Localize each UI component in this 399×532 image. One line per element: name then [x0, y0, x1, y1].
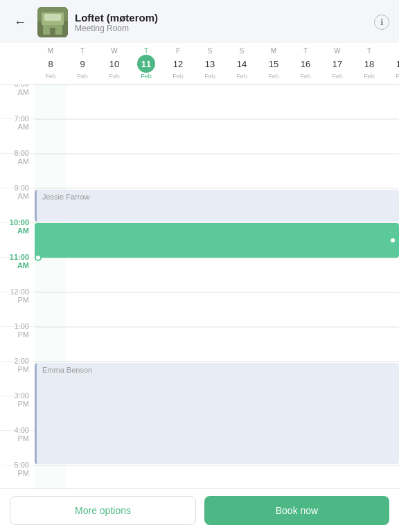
time-label: 9:00 AM [0, 184, 35, 200]
day-num: 13 [201, 55, 219, 73]
event-emma: Emma Benson [35, 363, 399, 464]
day-num: 16 [296, 55, 314, 73]
day-sub: Feb [300, 73, 311, 80]
day-num: 18 [360, 55, 378, 73]
time-label: 8:00 AM [0, 149, 35, 166]
day-num: 9 [73, 55, 91, 73]
hour-row-1: 7:00 AM [0, 119, 399, 154]
back-button[interactable]: ← [10, 14, 30, 31]
day-num: 11 [137, 55, 155, 73]
day-sub: Feb [172, 73, 184, 80]
date-cell-11[interactable]: T 11 Feb [130, 43, 162, 84]
info-icon[interactable]: ℹ [374, 15, 389, 30]
day-name: M [48, 47, 53, 55]
room-image [37, 7, 68, 37]
footer: More options Book now [0, 488, 399, 532]
room-name: Loftet (møterom) [75, 12, 158, 24]
day-name: S [208, 47, 213, 55]
date-strip: M 8 Feb T 9 Feb W 10 Feb T 11 Feb F 12 F… [0, 43, 399, 85]
day-name: T [80, 47, 85, 55]
event-label: Emma Benson [42, 366, 92, 374]
day-sub: Feb [204, 73, 215, 80]
hour-line [35, 85, 399, 85]
day-sub: Feb [109, 73, 120, 80]
date-cell-16[interactable]: T 16 Feb [290, 43, 321, 84]
day-name: W [111, 47, 117, 55]
room-info: Loftet (møterom) Meeting Room [75, 12, 158, 33]
hour-line [35, 362, 399, 362]
day-sub: Feb [268, 73, 279, 80]
time-label: 10:00 AM [0, 218, 35, 235]
day-name: W [334, 47, 340, 55]
time-grid: 6:00 AM7:00 AM8:00 AM9:00 AM10:00 AM11:0… [0, 85, 399, 488]
time-label: 3:00 PM [0, 391, 35, 408]
time-label: 12:00 PM [0, 287, 35, 304]
event-jessie: Jessie Farrow [35, 190, 399, 222]
date-cell-13[interactable]: S 13 Feb [194, 43, 226, 84]
hour-line [35, 292, 399, 293]
hour-row-7: 1:00 PM [0, 327, 399, 362]
day-sub: Feb [77, 73, 88, 80]
hour-line [35, 188, 399, 189]
day-sub: Feb [141, 73, 152, 80]
day-num: 19 [392, 55, 399, 73]
day-num: 8 [42, 55, 60, 73]
time-label: 4:00 PM [0, 426, 35, 443]
date-cell-8[interactable]: M 8 Feb [35, 43, 66, 84]
event-selected[interactable] [35, 223, 399, 258]
book-now-button[interactable]: Book now [204, 496, 389, 525]
day-name: T [367, 47, 371, 55]
day-sub: Feb [45, 73, 56, 80]
day-name: M [271, 47, 276, 55]
day-num: 14 [233, 55, 251, 73]
hour-line [35, 119, 399, 120]
date-cell-14[interactable]: S 14 Feb [226, 43, 258, 84]
time-label: 5:00 PM [0, 461, 35, 477]
date-cell-19[interactable]: F 19 Feb [385, 43, 399, 84]
date-cell-9[interactable]: T 9 Feb [66, 43, 98, 84]
time-label: 2:00 PM [0, 357, 35, 373]
day-sub: Feb [236, 73, 247, 80]
room-image-inner [37, 7, 68, 37]
hour-line [35, 154, 399, 154]
time-label: 6:00 AM [0, 85, 35, 96]
more-options-button[interactable]: More options [10, 496, 196, 525]
day-name: T [144, 47, 148, 55]
day-num: 15 [265, 55, 283, 73]
drag-handle-right[interactable] [389, 237, 396, 244]
svg-rect-3 [44, 14, 61, 21]
room-type: Meeting Room [75, 24, 158, 33]
date-cell-15[interactable]: M 15 Feb [258, 43, 290, 84]
time-label: 1:00 PM [0, 322, 35, 339]
hour-row-5: 11:00 AM [0, 258, 399, 292]
day-name: S [240, 47, 245, 55]
header: ← Loftet (møterom) Meeting Room ℹ [0, 0, 399, 43]
event-label: Jessie Farrow [42, 193, 89, 201]
calendar-body[interactable]: 6:00 AM7:00 AM8:00 AM9:00 AM10:00 AM11:0… [0, 85, 399, 488]
svg-rect-5 [50, 28, 55, 35]
date-cell-12[interactable]: F 12 Feb [162, 43, 194, 84]
drag-handle-left[interactable] [35, 254, 42, 261]
hour-line [35, 466, 399, 466]
day-num: 17 [328, 55, 346, 73]
header-left: ← Loftet (møterom) Meeting Room [10, 7, 158, 37]
time-label: 11:00 AM [0, 253, 35, 269]
hour-row-6: 12:00 PM [0, 292, 399, 327]
hour-row-11: 5:00 PM [0, 466, 399, 488]
day-name: F [176, 47, 180, 55]
hour-row-0: 6:00 AM [0, 85, 399, 119]
hour-line [35, 258, 399, 258]
day-sub: Feb [332, 73, 343, 80]
day-num: 10 [105, 55, 123, 73]
day-sub: Feb [364, 73, 375, 80]
date-cell-18[interactable]: T 18 Feb [353, 43, 385, 84]
day-sub: Feb [396, 73, 399, 80]
time-label: 7:00 AM [0, 114, 35, 131]
hour-row-2: 8:00 AM [0, 154, 399, 188]
day-num: 12 [169, 55, 187, 73]
date-cell-10[interactable]: W 10 Feb [98, 43, 130, 84]
day-name: T [303, 47, 308, 55]
date-cell-17[interactable]: W 17 Feb [321, 43, 353, 84]
hour-line [35, 327, 399, 328]
